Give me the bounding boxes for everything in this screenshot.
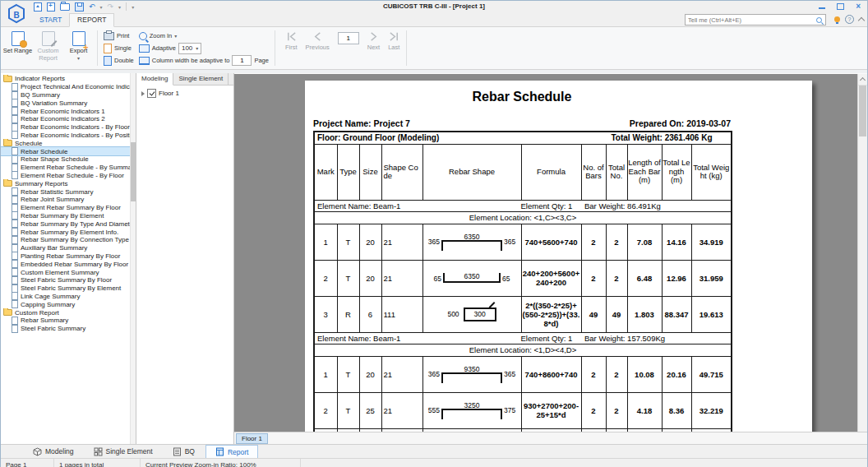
tree-group-custom-report[interactable]: Custom Report: [1, 308, 130, 317]
shape-code-cell: 21: [381, 260, 422, 296]
tree-group-indicator-reports[interactable]: Indicator Reports: [1, 75, 130, 83]
view-tab-modeling[interactable]: Modeling: [24, 445, 83, 458]
tree-item-rebar-summary-by-element[interactable]: Rebar Summary By Element: [1, 212, 130, 220]
tree-item-custom-element-summary[interactable]: Custom Element Summary: [1, 268, 130, 276]
double-page-button[interactable]: Double: [104, 55, 134, 66]
column-header: Type: [337, 144, 359, 200]
column-width-input[interactable]: [232, 55, 252, 66]
tree-item-rebar-summary[interactable]: Rebar Summary: [1, 317, 130, 325]
table-cell: [662, 428, 691, 432]
preview-scrollbar[interactable]: [857, 74, 867, 432]
no-of-bars-cell: 2: [581, 356, 606, 392]
tree-item-steel-fabric-summary[interactable]: Steel Fabric Summary: [1, 325, 130, 333]
floor-row-content: Floor: Ground Floor (Modeling)Total Weig…: [315, 133, 731, 142]
first-page-button[interactable]: First: [285, 31, 298, 68]
tree-item-label: Project Technical And Economic Indicator…: [21, 83, 130, 90]
tree-item-capping-summary[interactable]: Capping Summary: [1, 300, 130, 308]
tree-item-planting-rebar-summary-by-floor[interactable]: Planting Rebar Summary By Floor: [1, 252, 130, 261]
tree-item-project-technical-and-economic-indicators[interactable]: Project Technical And Economic Indicator…: [1, 83, 130, 91]
document-icon: [12, 107, 18, 115]
app-window: B ↶ ▾ ↷ ▾ ▾ CUBICOST TRB C-III - [Projec…: [0, 0, 868, 467]
custom-report-button[interactable]: Custom Report: [33, 28, 63, 68]
floor-tree-item[interactable]: Floor 1: [136, 86, 233, 98]
tree-item-rebar-schedule[interactable]: Rebar Schedule: [1, 147, 130, 155]
table-cell: [691, 428, 732, 432]
floor-checkbox[interactable]: [147, 89, 156, 98]
last-label: Last: [388, 44, 399, 51]
zoom-in-button[interactable]: Zoom In ▾: [139, 30, 269, 41]
tree-item-rebar-statistic-summary[interactable]: Rebar Statistic Summary: [1, 187, 130, 196]
previous-page-button[interactable]: Previous: [306, 31, 330, 68]
titlebar: B ↶ ▾ ↷ ▾ ▾ CUBICOST TRB C-III - [Projec…: [1, 1, 867, 12]
help-icon[interactable]: ?: [845, 15, 854, 24]
tree-item-rebar-joint-summary[interactable]: Rebar Joint Summary: [1, 196, 130, 204]
tab-start[interactable]: START: [32, 14, 69, 26]
view-tab-bq[interactable]: BQ: [164, 445, 204, 458]
tree-item-steel-fabric-summary-by-element[interactable]: Steel Fabric Summary By Element: [1, 284, 130, 293]
export-dropdown-icon[interactable]: ▾: [77, 57, 80, 61]
tree-item-rebar-economic-indicators-1[interactable]: Rebar Economic Indicators 1: [1, 107, 130, 115]
print-button[interactable]: Print: [104, 30, 134, 41]
zoom-ratio-select[interactable]: 100 ▾: [178, 43, 201, 54]
tree-group-schedule[interactable]: Schedule: [1, 139, 130, 147]
total-weight-cell: 49.715: [691, 356, 732, 392]
last-page-button[interactable]: Last: [388, 31, 399, 68]
restore-icon[interactable]: [837, 3, 844, 10]
no-of-bars-cell: 2: [581, 260, 606, 296]
view-tab-report[interactable]: Report: [205, 445, 259, 458]
tree-item-rebar-summary-by-element-info[interactable]: Rebar Summary By Element Info.: [1, 228, 130, 236]
tree-item-label: Rebar Economic Indicators - By Position: [21, 132, 130, 139]
shape-code-cell: 111: [381, 296, 422, 332]
tree-item-rebar-summary-by-connection-type[interactable]: Rebar Summary By Connection Type: [1, 236, 130, 244]
feedback-lamp-icon[interactable]: [834, 16, 840, 22]
tree-item-rebar-economic-indicators-by-position[interactable]: Rebar Economic Indicators - By Position: [1, 132, 130, 140]
tree-item-label: Element Rebar Summary By Floor: [21, 204, 121, 211]
type-cell: T: [337, 356, 359, 392]
tree-item-label: Steel Fabric Summary By Floor: [21, 276, 112, 284]
tree-item-rebar-economic-indicators-2[interactable]: Rebar Economic Indicators 2: [1, 115, 130, 123]
scroll-up-button[interactable]: [858, 74, 867, 86]
search-icon[interactable]: [816, 17, 822, 23]
expander-icon[interactable]: [141, 91, 145, 96]
print-group: Print Single Double: [101, 28, 136, 68]
tab-single-element[interactable]: Single Element: [173, 73, 229, 85]
tree-group-summary-reports[interactable]: Summary Reports: [1, 179, 130, 187]
tree-item-steel-fabric-summary-by-floor[interactable]: Steel Fabric Summary By Floor: [1, 276, 130, 284]
zoom-dropdown-icon[interactable]: ▾: [174, 33, 177, 39]
tree-item-bq-summary[interactable]: BQ Summary: [1, 91, 130, 99]
tree-item-element-rebar-schedule-by-summary-info[interactable]: Element Rebar Schedule - By Summary Info: [1, 164, 130, 172]
element-section-row: Element Name: Beam-1Element Qty: 1Bar We…: [314, 332, 732, 344]
sidebar-scrollbar[interactable]: [130, 73, 136, 444]
tree-item-element-rebar-schedule-by-floor[interactable]: Element Rebar Schedule - By Floor: [1, 172, 130, 180]
preview-viewport[interactable]: Rebar Schedule Project Name: Project 7 P…: [234, 73, 867, 432]
column-width-label[interactable]: Column width be adaptive to: [152, 57, 230, 64]
tell-me-search: [685, 14, 826, 25]
collapse-ribbon-icon[interactable]: [858, 17, 865, 24]
column-header: Formula: [521, 144, 581, 200]
tree-item-element-rebar-summary-by-floor[interactable]: Element Rebar Summary By Floor: [1, 204, 130, 212]
view-tab-single-element[interactable]: Single Element: [85, 445, 162, 458]
page-tab-floor1[interactable]: Floor 1: [236, 433, 268, 444]
close-icon[interactable]: ×: [856, 2, 861, 11]
sidebar-scrollbar-thumb[interactable]: [131, 142, 136, 201]
export-button[interactable]: Export ▾: [63, 28, 94, 68]
tree-item-bq-variation-summary[interactable]: BQ Variation Summary: [1, 99, 130, 107]
tree-item-embedded-rebar-summary-by-floor[interactable]: Embedded Rebar Summary By Floor: [1, 260, 130, 268]
tab-report[interactable]: REPORT: [69, 13, 114, 27]
tree-item-rebar-shape-schedule[interactable]: Rebar Shape Schedule: [1, 155, 130, 164]
tree-item-rebar-summary-by-type-and-diameter[interactable]: Rebar Summary By Type And Diameter: [1, 220, 130, 228]
document-icon: [12, 268, 18, 276]
single-page-button[interactable]: Single: [104, 43, 134, 53]
search-input[interactable]: [686, 16, 816, 24]
tree-item-link-cage-summary[interactable]: Link Cage Summary: [1, 293, 130, 301]
app-logo-icon[interactable]: B: [3, 2, 29, 25]
minimize-icon[interactable]: [819, 7, 825, 9]
page-number-input[interactable]: [338, 32, 359, 44]
tree-item-auxiliary-bar-summary[interactable]: Auxiliary Bar Summary: [1, 244, 130, 252]
preview-scrollbar-thumb[interactable]: [859, 86, 866, 136]
tab-modeling[interactable]: Modeling: [136, 73, 173, 86]
tree-item-rebar-economic-indicators-by-floor[interactable]: Rebar Economic Indicators - By Floor: [1, 123, 130, 132]
adaptive-label[interactable]: Adaptive: [152, 44, 176, 52]
set-range-button[interactable]: Set Range: [2, 28, 33, 68]
next-page-button[interactable]: Next: [367, 31, 380, 68]
